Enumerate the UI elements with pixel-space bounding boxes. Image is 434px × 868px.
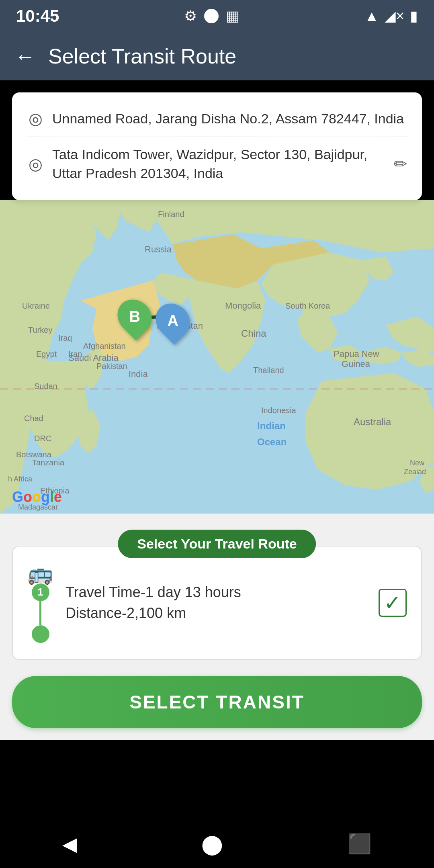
distance: Distance-2,100 km [66,605,366,622]
svg-text:Egypt: Egypt [36,350,57,358]
svg-text:Ocean: Ocean [257,436,287,447]
route-dot-top: 1 [32,583,49,601]
route-dot-bottom [32,625,49,643]
svg-text:h Africa: h Africa [8,475,33,483]
svg-text:Iraq: Iraq [58,334,72,342]
edit-destination-button[interactable]: ✏ [394,155,407,173]
travel-time: Travel Time-1 day 13 hours [66,584,366,601]
nav-home-button[interactable]: ⬤ [193,825,231,863]
marker-a: A [157,303,189,339]
bottom-panel: Select Your Travel Route 🚌 1 Travel Time… [0,514,434,740]
svg-text:Indonesia: Indonesia [261,406,297,415]
destination-address: Tata Indicom Tower, Wazidpur, Sector 130… [52,145,381,183]
origin-address: Unnamed Road, Jarang Disha No.2, Assam 7… [52,109,407,129]
svg-text:Guinea: Guinea [342,359,371,369]
travel-route-badge: Select Your Travel Route [118,530,316,558]
battery-icon: ▮ [410,8,418,25]
route-checkbox[interactable]: ✓ [379,589,407,617]
route-info: Travel Time-1 day 13 hours Distance-2,10… [66,584,366,622]
nav-bar: ◀ ⬤ ⬛ [0,820,434,868]
map-view[interactable]: Finland Russia Ukraine Turkey Egypt Suda… [0,200,434,514]
svg-text:Tanzania: Tanzania [32,458,65,467]
app-bar: ← Select Transit Route [0,32,434,80]
status-right-icons: ▲ ◢× ▮ [364,8,418,25]
svg-text:Botswana: Botswana [16,450,52,459]
svg-text:Chad: Chad [24,414,43,423]
svg-text:Papua New: Papua New [334,349,379,359]
svg-text:Australia: Australia [354,416,391,427]
marker-b-label: B [129,308,140,325]
nav-recents-button[interactable]: ⬛ [340,825,380,863]
origin-pin-icon: ◎ [27,109,44,128]
google-g2: g [41,489,50,506]
google-e: e [54,489,62,506]
svg-text:Pakistan: Pakistan [96,362,127,371]
origin-row: ◎ Unnamed Road, Jarang Disha No.2, Assam… [27,104,407,137]
svg-text:Mongolia: Mongolia [225,301,261,311]
google-g: G [12,489,23,506]
svg-text:Iran: Iran [68,350,82,358]
svg-text:Turkey: Turkey [28,326,52,334]
svg-text:China: China [241,328,266,339]
status-time: 10:45 [16,6,59,26]
back-button[interactable]: ← [14,44,35,68]
google-o2: o [32,489,41,506]
route-card-inner: 🚌 1 Travel Time-1 day 13 hours Distance-… [13,547,421,659]
select-transit-button[interactable]: SELECT TRANSIT [12,676,422,728]
svg-text:Zealad: Zealad [404,468,426,476]
svg-text:Afghanistan: Afghanistan [83,342,126,350]
svg-text:Finland: Finland [158,210,184,219]
destination-row: ◎ Tata Indicom Tower, Wazidpur, Sector 1… [27,137,407,189]
page-title: Select Transit Route [48,44,236,68]
marker-a-label: A [167,312,178,329]
bus-icon: 🚌 [27,563,53,583]
svg-text:Ukraine: Ukraine [22,301,50,310]
signal-icon: ◢× [385,8,404,25]
checkmark-icon: ✓ [384,591,401,615]
status-bar: 10:45 ⚙ ▦ ▲ ◢× ▮ [0,0,434,32]
svg-text:Thailand: Thailand [253,366,284,375]
svg-text:New: New [410,459,425,467]
route-card: Select Your Travel Route 🚌 1 Travel Time… [12,546,422,660]
route-vert-line [39,601,41,625]
address-card: ◎ Unnamed Road, Jarang Disha No.2, Assam… [12,92,422,200]
gear-icon: ⚙ [184,8,197,25]
wifi-icon: ▲ [364,8,379,25]
svg-text:South Korea: South Korea [285,301,330,310]
circle-icon [204,9,219,23]
nav-back-button[interactable]: ◀ [54,825,85,863]
destination-pin-icon: ◎ [27,155,44,173]
status-icons: ⚙ ▦ [184,8,240,25]
sim-icon: ▦ [226,8,240,25]
google-l: l [50,489,54,506]
svg-text:India: India [129,369,148,379]
route-icon-col: 🚌 1 [27,563,53,643]
svg-text:DRC: DRC [34,434,51,443]
google-o1: o [23,489,32,506]
map-svg: Finland Russia Ukraine Turkey Egypt Suda… [0,200,434,514]
route-line-vert: 1 [32,583,49,643]
svg-text:Russia: Russia [145,244,172,254]
marker-b: B [119,299,151,335]
svg-text:Indian: Indian [257,420,286,431]
google-logo: G o o g l e [12,489,62,506]
